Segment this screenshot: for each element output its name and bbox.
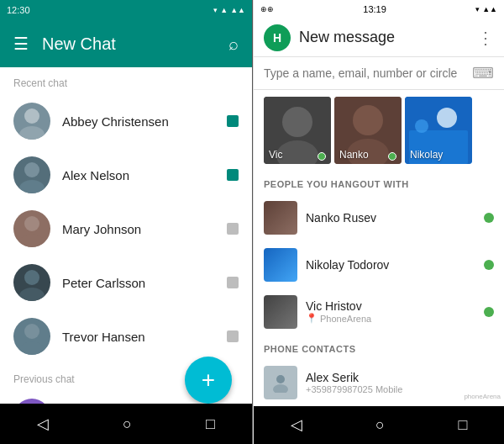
chat-info: Abbey Christensen <box>62 114 215 129</box>
people-name: Alex Serik <box>306 371 494 384</box>
svg-point-8 <box>24 324 39 339</box>
people-name: Nikolay Todorov <box>306 258 475 272</box>
chat-indicator <box>227 169 239 181</box>
people-info: Vic Hristov 📍 PhoneArena <box>306 299 475 324</box>
recent-chat-label: Recent chat <box>0 67 252 94</box>
contact-name: Peter Carlsson <box>62 276 215 290</box>
svg-point-5 <box>19 234 45 247</box>
contact-name: Alex Nelson <box>62 168 215 182</box>
search-bar: ⌨ <box>254 57 504 90</box>
contact-name: Trevor Hansen <box>62 330 215 344</box>
keyboard-icon: ⌨ <box>472 64 494 82</box>
recent-contacts-row: Vic Nanko Nik <box>254 90 504 171</box>
fab-plus-icon: + <box>202 368 215 392</box>
list-item[interactable]: Abbey Christensen <box>0 94 252 148</box>
toolbar-title-right: New message <box>299 29 469 46</box>
contact-thumb-vic[interactable]: Vic <box>264 97 331 164</box>
chat-indicator <box>227 330 239 342</box>
online-dot <box>484 260 494 270</box>
svg-point-3 <box>19 180 45 193</box>
svg-point-18 <box>353 105 383 135</box>
contact-thumb-nanko[interactable]: Nanko <box>334 97 402 164</box>
online-dot-vic <box>318 152 326 161</box>
home-icon-right[interactable]: ○ <box>375 416 385 434</box>
svg-point-9 <box>19 341 45 355</box>
contact-name-nikolay: Nikolay <box>410 149 443 161</box>
recents-icon[interactable]: □ <box>206 415 215 433</box>
chat-indicator <box>227 277 239 288</box>
list-item[interactable]: Trevor Hansen <box>0 309 252 363</box>
phonearena-watermark: phoneArena <box>464 393 501 400</box>
people-name: Vic Hristov <box>306 299 475 313</box>
avatar <box>13 210 50 247</box>
toolbar-left: ☰ New Chat ⌕ <box>0 20 252 67</box>
more-icon[interactable]: ⋮ <box>477 28 494 48</box>
list-item[interactable]: Peter Carlsson <box>0 256 252 309</box>
toolbar-right: H New message ⋮ <box>254 19 504 57</box>
chat-list: Recent chat Abbey Christensen <box>0 67 252 404</box>
back-icon[interactable]: ◁ <box>37 415 49 433</box>
contact-name: Abbey Christensen <box>62 114 215 129</box>
chat-info: Alex Nelson <box>62 168 215 182</box>
chat-indicator <box>227 223 239 235</box>
hangout-section-header: PEOPLE YOU HANGOUT WITH <box>254 171 504 194</box>
svg-point-2 <box>24 162 39 177</box>
chat-info: Trevor Hansen <box>62 330 215 344</box>
svg-point-4 <box>24 216 39 231</box>
svg-point-21 <box>437 108 457 128</box>
avatar <box>13 318 50 355</box>
toolbar-title-left: New Chat <box>42 34 215 54</box>
search-input[interactable] <box>264 66 472 80</box>
online-dot-nanko <box>388 152 396 161</box>
status-icons-left: ▾ ▲ ▲▲ <box>213 6 245 14</box>
people-info: Alex Serik +359879987025 Mobile <box>306 371 494 394</box>
svg-point-1 <box>19 126 45 140</box>
people-avatar-vic <box>264 295 297 329</box>
people-item-nanko[interactable]: Nanko Rusev <box>254 194 504 241</box>
phonearena-sub-icon: 📍 <box>306 313 318 324</box>
avatar <box>13 156 50 193</box>
nav-bar-right: ◁ ○ □ <box>254 406 504 444</box>
people-item-vic[interactable]: Vic Hristov 📍 PhoneArena <box>254 288 504 336</box>
people-info: Nanko Rusev <box>306 211 475 225</box>
people-avatar-nanko <box>264 201 297 235</box>
home-icon[interactable]: ○ <box>123 415 132 433</box>
online-dot <box>484 307 494 317</box>
hangouts-logo: H <box>264 24 291 51</box>
nav-bar-left: ◁ ○ □ <box>0 404 252 444</box>
status-bar-right: ⊕⊕ 13:19 ▾ ▲▲ <box>254 0 504 19</box>
list-item[interactable]: Mary Johnson <box>0 202 252 256</box>
hamburger-icon[interactable]: ☰ <box>13 34 29 54</box>
people-sub: 📍 PhoneArena <box>306 313 475 324</box>
avatar <box>13 264 50 301</box>
contact-thumb-nikolay[interactable]: Nikolay <box>405 97 472 164</box>
people-avatar-alex <box>264 366 297 399</box>
people-name: Nanko Rusev <box>306 211 475 225</box>
contact-name-vic: Vic <box>269 149 282 161</box>
list-item[interactable]: Alex Nelson <box>0 148 252 202</box>
phone-section-header: PHONE CONTACTS <box>254 336 504 359</box>
svg-point-24 <box>276 375 285 383</box>
status-icons-right: ▾ ▲▲ <box>475 5 497 13</box>
svg-point-0 <box>24 108 39 124</box>
people-item-nikolay[interactable]: Nikolay Todorov <box>254 241 504 288</box>
people-avatar-nikolay <box>264 248 297 282</box>
back-icon-right[interactable]: ◁ <box>291 415 302 434</box>
people-info: Nikolay Todorov <box>306 258 475 272</box>
svg-point-7 <box>19 288 45 301</box>
chat-indicator <box>227 115 239 127</box>
svg-point-15 <box>282 107 312 137</box>
chat-info: Peter Carlsson <box>62 276 215 290</box>
contact-name-nanko: Nanko <box>339 149 369 161</box>
status-time-right: 13:19 <box>363 4 386 14</box>
svg-point-6 <box>24 270 39 285</box>
fab-button[interactable]: + <box>185 357 232 404</box>
online-dot <box>484 213 494 223</box>
search-icon-left[interactable]: ⌕ <box>228 34 239 54</box>
svg-point-25 <box>273 384 288 393</box>
recents-icon-right[interactable]: □ <box>458 416 467 434</box>
chat-info: Mary Johnson <box>62 222 215 236</box>
status-bar-left: 12:30 ▾ ▲ ▲▲ <box>0 0 252 20</box>
contact-name: Mary Johnson <box>62 222 215 236</box>
svg-point-23 <box>415 119 428 133</box>
